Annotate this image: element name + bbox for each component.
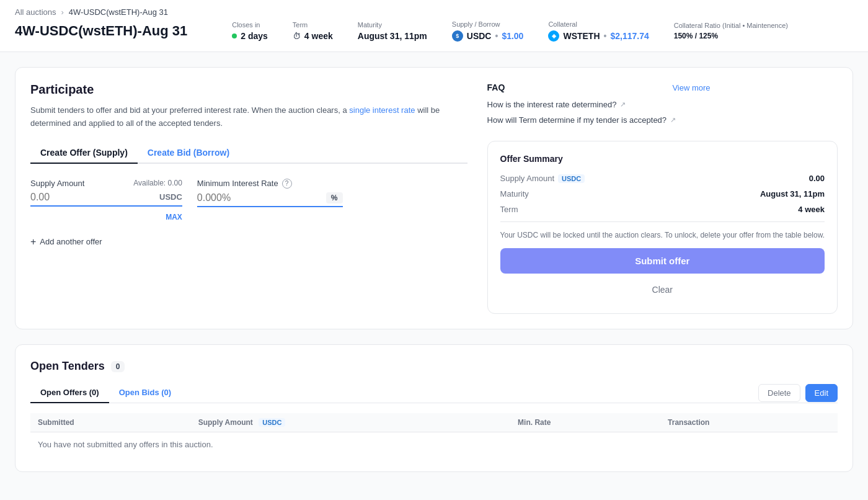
- supply-amount-input[interactable]: [30, 192, 154, 203]
- offer-summary-title: Offer Summary: [500, 154, 825, 164]
- faq-header: FAQ View more: [487, 83, 711, 92]
- maturity-meta: Maturity August 31, 11pm: [358, 21, 427, 41]
- col-supply-amount-badge: USDC: [259, 418, 285, 427]
- term-value: 4 week: [304, 31, 333, 41]
- offer-form-row: Supply Amount Available: 0.00 USDC MAX M…: [30, 179, 467, 221]
- submit-offer-button[interactable]: Submit offer: [500, 248, 825, 274]
- term-label: Term: [293, 21, 333, 29]
- faq-item-1-text: How will Term determine if my tender is …: [487, 115, 667, 125]
- offer-bid-tabs: Create Offer (Supply) Create Bid (Borrow…: [30, 143, 467, 164]
- header-meta: Closes in 2 days Term ⏱ 4 week Maturity: [212, 20, 853, 42]
- open-tenders-header: Open Tenders 0: [30, 360, 838, 373]
- add-offer-button[interactable]: + Add another offer: [30, 236, 102, 248]
- supply-amount-input-wrapper: USDC: [30, 192, 182, 207]
- summary-supply-value: 0.00: [809, 174, 825, 183]
- breadcrumb-current: 4W-USDC(wstETH)-Aug 31: [69, 7, 168, 17]
- breadcrumb-parent[interactable]: All auctions: [15, 7, 56, 17]
- offers-table: Submitted Supply Amount USDC Min. Rate T…: [30, 413, 838, 457]
- closes-in-value: 2 days: [241, 31, 268, 41]
- table-row-empty: You have not submitted any offers in thi…: [30, 432, 838, 457]
- available-label: Available: 0.00: [133, 179, 182, 187]
- collateral-meta: Collateral ◈ WSTETH • $2,117.74: [548, 20, 649, 42]
- clock-icon: ⏱: [293, 32, 301, 41]
- open-tenders-title: Open Tenders: [30, 360, 105, 373]
- participate-form: Participate Submit tenders to offer and …: [30, 83, 467, 314]
- faq-item-1[interactable]: How will Term determine if my tender is …: [487, 115, 711, 125]
- min-rate-group: Minimum Interest Rate ? %: [197, 179, 343, 207]
- status-dot: [232, 33, 237, 38]
- supply-borrow-meta: Supply / Borrow $ USDC • $1.00: [452, 20, 524, 42]
- open-tenders-section: Open Tenders 0 Open Offers (0) Open Bids…: [15, 344, 853, 472]
- view-more-link[interactable]: View more: [672, 83, 710, 92]
- external-link-icon-1: ↗: [670, 116, 676, 124]
- breadcrumb-separator: ›: [61, 7, 63, 17]
- offer-summary: Offer Summary Supply Amount USDC 0.00 Ma…: [487, 141, 838, 314]
- col-min-rate: Min. Rate: [510, 413, 660, 432]
- breadcrumb: All auctions › 4W-USDC(wstETH)-Aug 31: [15, 7, 853, 17]
- col-supply-amount: Supply Amount USDC: [191, 413, 510, 432]
- open-tenders-tabs: Open Offers (0) Open Bids (0) Delete Edi…: [30, 383, 838, 403]
- tab-create-offer[interactable]: Create Offer (Supply): [30, 143, 138, 164]
- supply-borrow-label: Supply / Borrow: [452, 20, 524, 28]
- faq-title: FAQ: [487, 83, 505, 92]
- external-link-icon-0: ↗: [620, 100, 626, 109]
- supply-borrow-token: USDC: [467, 31, 492, 41]
- closes-in-label: Closes in: [232, 21, 268, 29]
- col-transaction: Transaction: [660, 413, 838, 432]
- collateral-price: $2,117.74: [610, 31, 649, 41]
- collateral-token: WSTETH: [563, 31, 600, 41]
- help-icon[interactable]: ?: [282, 179, 292, 189]
- min-rate-input-wrapper: %: [197, 192, 343, 207]
- summary-divider: [500, 221, 825, 222]
- faq-item-0[interactable]: How is the interest rate determined? ↗: [487, 100, 711, 109]
- maturity-label: Maturity: [358, 21, 427, 29]
- summary-term-label: Term: [500, 205, 518, 214]
- summary-maturity-label: Maturity: [500, 189, 529, 199]
- collateral-ratio-label: Collateral Ratio (Initial • Maintenence): [674, 22, 788, 29]
- supply-borrow-price: $1.00: [502, 31, 523, 41]
- supply-amount-group: Supply Amount Available: 0.00 USDC MAX: [30, 179, 182, 221]
- min-rate-label: Minimum Interest Rate ?: [197, 179, 343, 189]
- faq-item-0-text: How is the interest rate determined?: [487, 100, 617, 109]
- summary-note: Your USDC will be locked until the aucti…: [500, 230, 825, 241]
- tab-open-offers[interactable]: Open Offers (0): [30, 383, 109, 403]
- summary-usdc-badge: USDC: [558, 174, 585, 183]
- min-rate-input[interactable]: [197, 192, 321, 203]
- collateral-ratio-meta: Collateral Ratio (Initial • Maintenence)…: [674, 22, 788, 40]
- clear-button[interactable]: Clear: [500, 279, 825, 301]
- participate-section: Participate Submit tenders to offer and …: [15, 67, 853, 329]
- max-button[interactable]: MAX: [30, 213, 182, 221]
- collateral-label: Collateral: [548, 20, 649, 28]
- add-offer-label: Add another offer: [40, 237, 102, 246]
- page-title: 4W-USDC(wstETH)-Aug 31: [15, 23, 187, 39]
- summary-row-term: Term 4 week: [500, 205, 825, 214]
- plus-icon: +: [30, 236, 36, 248]
- faq-section: FAQ View more How is the interest rate d…: [487, 83, 711, 131]
- closes-in-meta: Closes in 2 days: [232, 21, 268, 41]
- collateral-ratio-value: 150% / 125%: [674, 32, 718, 40]
- summary-supply-label: Supply Amount: [500, 174, 554, 183]
- participate-title: Participate: [30, 83, 467, 97]
- edit-button[interactable]: Edit: [805, 384, 838, 402]
- supply-amount-suffix: USDC: [159, 192, 182, 202]
- single-interest-rate-link[interactable]: single interest rate: [349, 105, 415, 115]
- maturity-value: August 31, 11pm: [358, 31, 427, 41]
- tab-create-bid[interactable]: Create Bid (Borrow): [138, 143, 239, 164]
- open-tenders-count: 0: [111, 361, 125, 372]
- summary-maturity-value: August 31, 11pm: [760, 189, 825, 199]
- supply-amount-label: Supply Amount Available: 0.00: [30, 179, 182, 188]
- term-meta: Term ⏱ 4 week: [293, 21, 333, 41]
- tenders-actions: Delete Edit: [758, 384, 838, 402]
- delete-button[interactable]: Delete: [758, 384, 800, 402]
- pct-badge: %: [326, 192, 343, 203]
- summary-row-supply: Supply Amount USDC 0.00: [500, 174, 825, 183]
- wsteth-token-icon: ◈: [548, 30, 559, 42]
- empty-message: You have not submitted any offers in thi…: [30, 432, 838, 457]
- summary-row-maturity: Maturity August 31, 11pm: [500, 189, 825, 199]
- tab-open-bids[interactable]: Open Bids (0): [109, 383, 182, 403]
- usdc-token-icon: $: [452, 30, 463, 42]
- col-submitted: Submitted: [30, 413, 191, 432]
- participate-desc: Submit tenders to offer and bid at your …: [30, 104, 467, 130]
- summary-term-value: 4 week: [798, 205, 825, 214]
